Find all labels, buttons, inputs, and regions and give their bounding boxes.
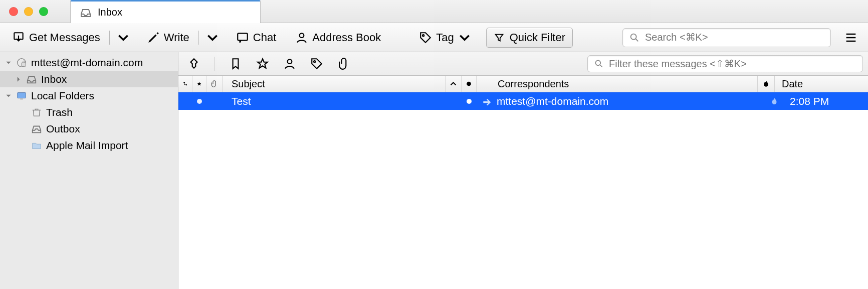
message-star[interactable] <box>192 99 206 104</box>
chevron-down-icon <box>458 31 471 44</box>
reply-arrow-icon <box>482 96 492 106</box>
menu-button[interactable] <box>844 31 858 45</box>
read-column[interactable] <box>462 76 477 92</box>
download-icon <box>12 31 25 44</box>
svg-point-2 <box>300 33 304 38</box>
local-folders-row[interactable]: Local Folders <box>0 87 178 104</box>
tab-inbox[interactable]: Inbox <box>70 0 261 23</box>
account-label: mttest@mt-domain.com <box>31 57 143 69</box>
address-book-button[interactable]: Address Book <box>290 29 386 46</box>
address-book-icon <box>295 31 308 44</box>
column-headers: Subject Correspondents Date <box>178 76 868 92</box>
svg-point-3 <box>422 35 424 36</box>
get-messages-button[interactable]: Get Messages <box>7 29 105 46</box>
quick-filter-bar <box>178 52 868 76</box>
inbox-icon <box>80 7 92 19</box>
message-junk[interactable] <box>766 96 783 106</box>
pin-icon[interactable] <box>187 57 200 70</box>
get-messages-dropdown[interactable] <box>114 29 133 46</box>
disclosure-right-icon <box>15 76 22 83</box>
get-messages-label: Get Messages <box>29 31 100 44</box>
thread-column[interactable] <box>178 76 192 92</box>
write-dropdown[interactable] <box>203 29 222 46</box>
date-column[interactable]: Date <box>775 76 860 92</box>
correspondents-column[interactable]: Correspondents <box>477 76 758 92</box>
tag-button[interactable]: Tag <box>414 29 476 46</box>
subject-column[interactable]: Subject <box>223 76 446 92</box>
folder-inbox[interactable]: Inbox <box>0 71 178 87</box>
write-button[interactable]: Write <box>142 29 194 46</box>
account-row[interactable]: mttest@mt-domain.com <box>0 54 178 71</box>
attachment-icon[interactable] <box>337 57 350 70</box>
svg-point-11 <box>595 60 600 65</box>
separator <box>109 31 110 45</box>
message-row[interactable]: Test mttest@mt-domain.com 2:08 PM <box>178 92 868 110</box>
close-window-button[interactable] <box>9 7 18 16</box>
message-filter-input[interactable] <box>609 58 856 70</box>
tag-label: Tag <box>436 31 454 44</box>
folder-apple-import[interactable]: Apple Mail Import <box>0 137 178 154</box>
svg-rect-7 <box>18 92 26 98</box>
search-icon <box>629 32 640 43</box>
star-column[interactable] <box>192 76 206 92</box>
pencil-icon <box>147 31 160 44</box>
folder-label: Trash <box>46 106 73 118</box>
separator <box>214 57 215 71</box>
mail-window: Inbox Get Messages Write Ch <box>0 0 868 289</box>
titlebar: Inbox <box>0 0 868 23</box>
column-picker[interactable] <box>860 76 868 92</box>
folder-label: Apple Mail Import <box>46 139 128 152</box>
filter-icon <box>494 32 505 43</box>
message-filter-search[interactable] <box>587 55 863 72</box>
trash-icon <box>31 107 42 118</box>
inbox-icon <box>26 74 37 85</box>
minimize-window-button[interactable] <box>24 7 33 16</box>
attachment-column[interactable] <box>206 76 223 92</box>
svg-point-12 <box>467 82 471 86</box>
global-search-input[interactable] <box>645 32 824 43</box>
junk-column[interactable] <box>758 76 775 92</box>
svg-point-10 <box>314 61 315 62</box>
folder-icon <box>31 140 42 151</box>
tab-title: Inbox <box>98 7 122 18</box>
tag-icon[interactable] <box>310 57 323 70</box>
folder-tree: mttest@mt-domain.com Inbox Local Folders… <box>0 52 178 289</box>
chat-icon <box>236 31 249 44</box>
quick-filter-label: Quick Filter <box>510 31 565 44</box>
write-label: Write <box>164 31 189 44</box>
message-correspondent: mttest@mt-domain.com <box>497 95 608 107</box>
disclosure-down-icon <box>5 59 12 66</box>
address-book-label: Address Book <box>312 31 381 44</box>
maximize-window-button[interactable] <box>39 7 48 16</box>
message-date: 2:08 PM <box>790 95 829 107</box>
tag-icon <box>419 31 432 44</box>
message-subject: Test <box>232 95 251 107</box>
quick-filter-button[interactable]: Quick Filter <box>486 28 573 48</box>
sort-indicator[interactable] <box>446 76 462 92</box>
folder-label: Local Folders <box>31 90 94 102</box>
svg-point-4 <box>631 34 636 39</box>
global-search[interactable] <box>622 28 831 47</box>
svg-rect-1 <box>238 33 248 40</box>
outbox-icon <box>31 123 42 134</box>
main-toolbar: Get Messages Write Chat Address Book <box>0 23 868 52</box>
subject-header-label: Subject <box>232 78 265 90</box>
correspondents-header-label: Correspondents <box>498 78 569 90</box>
folder-trash[interactable]: Trash <box>0 104 178 120</box>
svg-point-9 <box>288 59 292 64</box>
folder-outbox[interactable]: Outbox <box>0 120 178 137</box>
star-icon[interactable] <box>256 57 269 70</box>
computer-icon <box>16 90 27 101</box>
separator <box>198 31 199 45</box>
disclosure-down-icon <box>5 92 12 99</box>
chat-label: Chat <box>253 31 276 44</box>
main-body: mttest@mt-domain.com Inbox Local Folders… <box>0 52 868 289</box>
message-read-state[interactable] <box>462 99 477 104</box>
chat-button[interactable]: Chat <box>231 29 281 46</box>
svg-rect-6 <box>22 63 26 66</box>
globe-lock-icon <box>16 57 27 68</box>
search-icon <box>594 59 604 69</box>
bookmark-icon[interactable] <box>229 57 242 70</box>
contact-icon[interactable] <box>283 57 296 70</box>
folder-label: Outbox <box>46 123 80 135</box>
